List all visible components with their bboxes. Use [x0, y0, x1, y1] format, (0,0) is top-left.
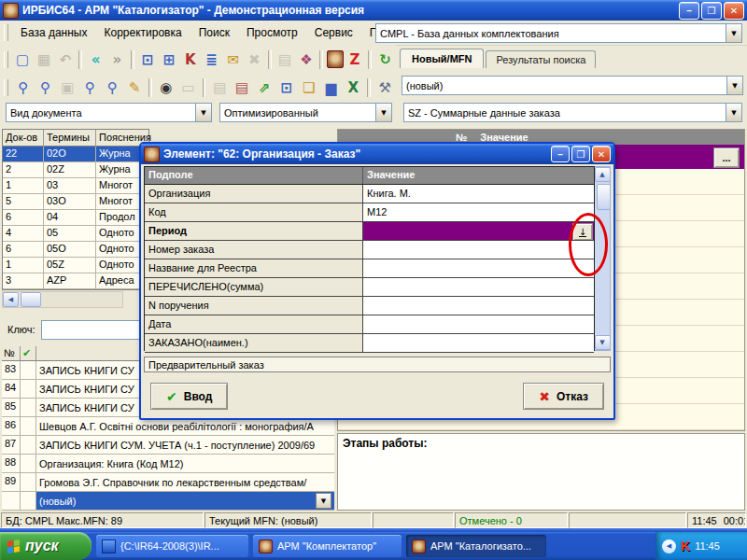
chevron-down-icon[interactable]: ▼: [726, 104, 741, 121]
term-row[interactable]: 1 05Z Одното: [3, 258, 148, 273]
subfield-row[interactable]: ПЕРЕЧИСЛЕНО(сумма): [145, 278, 594, 297]
term-row[interactable]: 6 05O Одното: [3, 242, 148, 258]
subfield-table-header: Подполе Значение: [145, 167, 594, 185]
scroll-down-icon[interactable]: ▼: [595, 335, 611, 350]
z-sort-icon[interactable]: Z: [345, 49, 365, 70]
subfield-row[interactable]: Код M12: [145, 203, 594, 222]
excel-icon[interactable]: X: [343, 77, 363, 98]
new-record-icon[interactable]: ▢: [13, 49, 33, 70]
start-button[interactable]: пуск: [0, 532, 92, 560]
scroll-up-icon[interactable]: ▲: [595, 167, 611, 182]
delete-record-icon[interactable]: ✖: [245, 49, 264, 70]
terms-scrollbar[interactable]: ◀: [2, 291, 123, 308]
print-icon[interactable]: ▤: [209, 77, 230, 98]
ellipsis-button[interactable]: ...: [713, 147, 740, 168]
term-row[interactable]: 22 02O Журна: [3, 147, 148, 162]
dialog-restore-button[interactable]: ❐: [571, 146, 590, 162]
restore-button[interactable]: ❐: [701, 2, 722, 20]
tree-add-icon[interactable]: ≣: [202, 49, 221, 70]
taskbar-item-explorer[interactable]: {C:\IR64-2008(3)\IR...: [96, 535, 248, 557]
dialog-titlebar[interactable]: Элемент: "62: Организация - Заказ" – ❐ ✕: [141, 144, 613, 164]
clear-form-icon[interactable]: ✎: [124, 77, 145, 98]
record-row[interactable]: 87 ЗАПИСЬ КНИГИ СУМ. УЧЕТА (ч.1 - поступ…: [2, 436, 334, 455]
view-record-icon[interactable]: ◉: [156, 77, 176, 98]
print-form-icon[interactable]: ▤: [232, 77, 252, 98]
subfield-row[interactable]: Номер заказа: [145, 241, 594, 259]
menu-item[interactable]: Просмотр: [238, 22, 306, 43]
irbis-logo-icon[interactable]: [327, 50, 343, 68]
scrollbar-thumb[interactable]: [597, 184, 611, 210]
toolbar-main: ▢▦↶«»⊡⊞K≣✉✖▤❖Z↻: [0, 45, 396, 74]
subfield-row[interactable]: ЗАКАЗАНО(наимен.): [145, 334, 594, 353]
cross-icon: ✖: [539, 389, 550, 404]
copy-documents-icon[interactable]: ⊡: [276, 77, 297, 98]
term-row[interactable]: 2 02Z Журна: [3, 162, 148, 178]
search-tree-icon[interactable]: ⚲: [102, 77, 122, 98]
database-combo[interactable]: CMPL - База данных комплектования ▼: [375, 23, 742, 43]
mode-combo[interactable]: Оптимизированный ▼: [219, 103, 392, 122]
taskbar-item-katalogizator[interactable]: АРМ "Каталогизато...: [406, 535, 546, 557]
search-dictionary-icon[interactable]: ⚲: [35, 77, 56, 98]
chevron-down-icon[interactable]: ▼: [195, 104, 211, 121]
search-window-icon[interactable]: ⚲: [79, 77, 100, 98]
ok-button[interactable]: ✔ Ввод: [150, 383, 228, 410]
record-row[interactable]: 86 Шевцов А.Г. Освітні основи реабілітол…: [2, 417, 334, 436]
menu-item[interactable]: Корректировка: [95, 22, 190, 43]
term-row[interactable]: 5 03O Многот: [3, 194, 148, 210]
chevron-down-icon[interactable]: ▼: [375, 104, 391, 121]
menu-item[interactable]: База данных: [12, 22, 95, 43]
send-record-icon[interactable]: ✉: [223, 49, 243, 70]
settings-icon[interactable]: ⚒: [374, 77, 395, 98]
scroll-left-icon[interactable]: ◀: [3, 292, 19, 307]
menu-item[interactable]: Поиск: [190, 22, 238, 43]
search-document-icon[interactable]: ⚲: [13, 77, 34, 98]
chevron-down-icon[interactable]: ▼: [726, 77, 742, 94]
subfield-row[interactable]: Организация Книга. М.: [145, 185, 594, 203]
refresh-icon[interactable]: ↻: [375, 49, 395, 70]
undo-icon[interactable]: ↶: [55, 49, 75, 70]
subfield-row[interactable]: Дата: [145, 315, 594, 334]
export-icon[interactable]: ⇗: [254, 77, 275, 98]
dialog-close-button[interactable]: ✕: [592, 146, 611, 162]
cancel-button[interactable]: ✖ Отказ: [523, 383, 604, 410]
tab-new-mfn[interactable]: Новый/MFN: [400, 49, 484, 68]
tab-search-results[interactable]: Результаты поиска: [486, 50, 596, 68]
tray-chevron-icon[interactable]: ◀: [662, 539, 676, 553]
record-row[interactable]: (новый)▼: [2, 492, 334, 511]
subfield-row[interactable]: Период ↓: [145, 222, 594, 241]
menu-item[interactable]: Сервис: [306, 22, 361, 43]
antivirus-tray-icon[interactable]: K: [681, 539, 690, 553]
term-row[interactable]: 4 05 Одното: [3, 226, 148, 242]
record-dropdown-icon[interactable]: ▼: [316, 493, 331, 509]
worksheet-combo[interactable]: SZ - Суммарные данные заказа ▼: [403, 103, 742, 122]
statistics-icon[interactable]: ▆: [321, 77, 342, 98]
toolbar-grip: [4, 24, 8, 41]
minimize-button[interactable]: –: [679, 2, 699, 20]
term-row[interactable]: 1 03 Многот: [3, 178, 148, 194]
taskbar-item-komplektator[interactable]: АРМ "Комплектатор": [253, 535, 402, 557]
record-row[interactable]: 88 Организация: Книга (Код M12): [2, 455, 334, 473]
open-folder-icon[interactable]: ▭: [178, 77, 199, 98]
print-card-icon[interactable]: K: [180, 49, 200, 70]
term-row[interactable]: 6 04 Продол: [3, 210, 148, 226]
chevron-down-icon[interactable]: ▼: [726, 24, 741, 42]
subfield-row[interactable]: Название для Реестра: [145, 259, 594, 278]
save-record-icon[interactable]: ▦: [35, 49, 54, 70]
scrollbar-thumb[interactable]: [21, 292, 41, 307]
close-button[interactable]: ✕: [724, 2, 744, 20]
record-row[interactable]: 89 Громова Э.Г. Справочник по лекарствен…: [2, 473, 334, 492]
forward-icon[interactable]: »: [107, 49, 127, 70]
toolbar-search: ⚲⚲▣⚲⚲✎◉▭▤▤⇗⊡❏▆X⚒: [0, 74, 396, 101]
subfield-row[interactable]: N поручения: [145, 297, 594, 315]
folder-documents-icon[interactable]: ❏: [299, 77, 319, 98]
copy-record-icon[interactable]: ⊡: [138, 49, 158, 70]
doc-view-combo[interactable]: Вид документа ▼: [6, 103, 212, 122]
dictionary-icon[interactable]: ❖: [296, 49, 316, 70]
view-blocks-icon[interactable]: ⊞: [160, 49, 179, 70]
paste-icon[interactable]: ▤: [275, 49, 295, 70]
record-combo[interactable]: (новый) ▼: [402, 76, 743, 95]
dialog-minimize-button[interactable]: –: [551, 146, 570, 162]
marked-records-icon[interactable]: ▣: [58, 77, 78, 98]
term-row[interactable]: 3 AZP Адреса: [3, 273, 148, 289]
back-icon[interactable]: «: [86, 49, 106, 70]
